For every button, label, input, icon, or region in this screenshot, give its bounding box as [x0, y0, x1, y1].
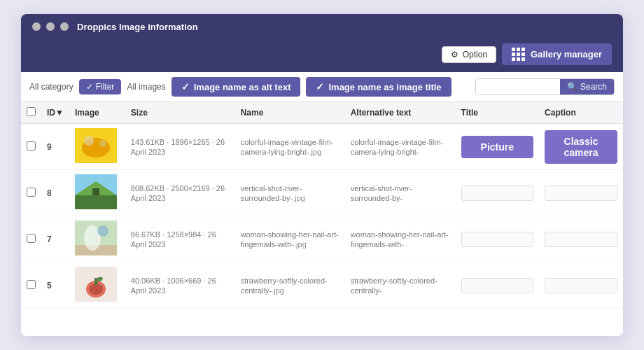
table-row: 7 86.67KB · 1258×984 · 26 April 2023woma… [21, 216, 623, 262]
svg-point-11 [97, 225, 108, 237]
image-table: ID▼ Image Size Name Alternative text Tit… [21, 102, 623, 309]
table-row: 9 143.61KB · 1896×1265 · 26 April 2023co… [21, 124, 623, 170]
filter-button[interactable]: ✓ Filter [79, 79, 122, 94]
table-row: 5 40.06KB · 1006×669 · 26 April 2023stra… [21, 262, 623, 309]
row-id: 5 [41, 262, 69, 309]
row-title[interactable] [456, 216, 539, 262]
alt-text-toggle-button[interactable]: ✓ Image name as alt text [172, 77, 301, 97]
window-title: Droppics Image information [77, 22, 198, 32]
table-header-row: ID▼ Image Size Name Alternative text Tit… [21, 102, 623, 124]
row-title[interactable] [456, 262, 539, 309]
row-thumbnail [69, 170, 125, 216]
dot3 [60, 22, 69, 31]
svg-rect-7 [92, 188, 99, 195]
alt-check-icon: ✓ [181, 81, 190, 92]
col-id[interactable]: ID▼ [41, 102, 69, 124]
col-image: Image [69, 102, 125, 124]
check-icon: ✓ [86, 82, 93, 92]
title-highlight: Picture [461, 136, 533, 158]
table-row: 8 808.62KB · 2500×2169 · 26 April 2023ve… [21, 170, 623, 216]
svg-point-14 [89, 284, 103, 295]
row-caption[interactable] [539, 262, 623, 309]
row-alt-text: colorful-image-vintage-film-camera-lying… [345, 124, 456, 170]
svg-point-3 [99, 140, 106, 147]
row-alt-text: strawberry-softly-colored-centrally- [345, 262, 456, 309]
caption-input[interactable] [545, 232, 617, 247]
svg-rect-5 [75, 195, 117, 209]
gear-icon: ⚙ [451, 50, 458, 59]
search-icon: 🔍 [567, 82, 578, 92]
dot2 [46, 22, 55, 31]
row-title[interactable] [456, 170, 539, 216]
row-thumbnail [69, 124, 125, 170]
row-caption[interactable] [539, 170, 623, 216]
grid-icon [512, 48, 525, 61]
search-button[interactable]: 🔍 Search [560, 79, 614, 94]
row-size: 40.06KB · 1006×669 · 26 April 2023 [125, 262, 235, 309]
row-thumbnail [69, 262, 125, 309]
table-area: ID▼ Image Size Name Alternative text Tit… [21, 102, 623, 336]
image-title-toggle-button[interactable]: ✓ Image name as image title [306, 77, 451, 97]
search-wrap: 🔍 Search [475, 78, 615, 95]
col-title: Title [456, 102, 539, 124]
row-caption[interactable] [539, 216, 623, 262]
title-input[interactable] [461, 186, 533, 201]
row-checkbox[interactable] [27, 234, 36, 243]
all-images-label: All images [127, 82, 165, 92]
row-id: 7 [41, 216, 69, 262]
row-name: colorful-image-vintage-film-camera-lying… [235, 124, 345, 170]
caption-input[interactable] [545, 186, 617, 201]
title-bar: Droppics Image information [21, 14, 623, 39]
row-checkbox[interactable] [27, 188, 36, 197]
svg-point-2 [84, 136, 94, 146]
row-checkbox-cell [21, 124, 41, 170]
select-all-checkbox[interactable] [27, 107, 36, 116]
row-size: 86.67KB · 1258×984 · 26 April 2023 [125, 216, 235, 262]
option-button[interactable]: ⚙ Option [442, 46, 496, 63]
col-caption: Caption [539, 102, 623, 124]
col-name: Name [235, 102, 345, 124]
row-checkbox[interactable] [27, 280, 36, 289]
col-size: Size [125, 102, 235, 124]
toolbar: ⚙ Option Gallery manager [21, 39, 623, 72]
row-name: woman-showing-her-nail-art-fingemails-wi… [235, 216, 345, 262]
row-checkbox[interactable] [27, 141, 36, 150]
row-name: strawberry-softly-colored-centrally-.jpg [235, 262, 345, 309]
title-input[interactable] [461, 232, 533, 247]
row-title: Picture [456, 124, 539, 170]
gallery-manager-button[interactable]: Gallery manager [502, 43, 612, 65]
filter-bar: All category ✓ Filter All images ✓ Image… [21, 72, 623, 102]
caption-input[interactable] [545, 278, 617, 293]
row-checkbox-cell [21, 216, 41, 262]
title-check-icon: ✓ [316, 81, 324, 92]
row-id: 9 [41, 124, 69, 170]
row-checkbox-cell [21, 170, 41, 216]
dot1 [32, 22, 41, 31]
category-label: All category [29, 82, 74, 92]
row-alt-text: vertical-shot-river-surrounded-by- [345, 170, 456, 216]
row-size: 808.62KB · 2500×2169 · 26 April 2023 [125, 170, 235, 216]
row-thumbnail [69, 216, 125, 262]
col-checkbox [21, 102, 41, 124]
row-checkbox-cell [21, 262, 41, 309]
row-alt-text: woman-showing-her-nail-art-fingemails-wi… [345, 216, 456, 262]
row-caption: Classic camera [539, 124, 623, 170]
row-name: vertical-shot-river-surrounded-by-.jpg [235, 170, 345, 216]
row-id: 8 [41, 170, 69, 216]
caption-highlight: Classic camera [545, 130, 617, 164]
row-size: 143.61KB · 1896×1265 · 26 April 2023 [125, 124, 235, 170]
search-input[interactable] [476, 79, 560, 94]
col-alt: Alternative text [345, 102, 456, 124]
main-window: Droppics Image information ⚙ Option Gall… [21, 14, 623, 336]
title-input[interactable] [461, 278, 533, 293]
